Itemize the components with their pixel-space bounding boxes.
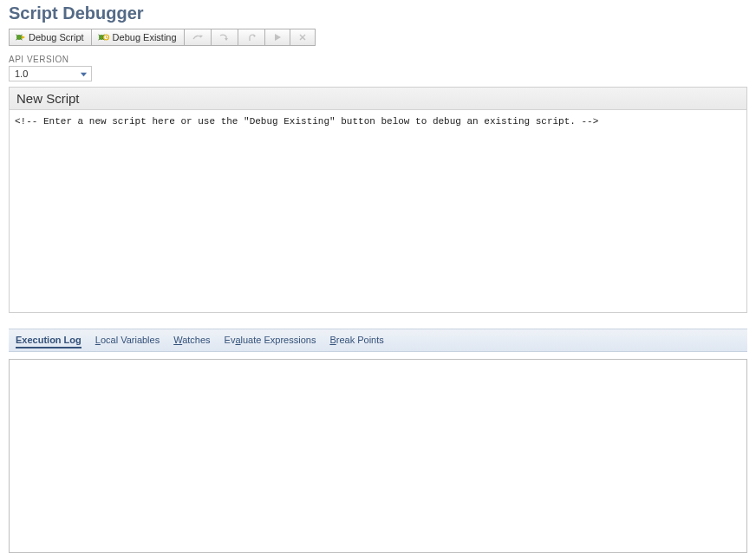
step-over-icon <box>192 32 204 42</box>
svg-line-13 <box>106 37 108 38</box>
execution-log-panel <box>9 359 747 553</box>
step-out-button <box>238 29 265 46</box>
tab-break-points[interactable]: Break Points <box>329 333 383 348</box>
step-into-button <box>211 29 238 46</box>
tab-watches[interactable]: Watches <box>173 333 210 348</box>
debug-existing-label: Debug Existing <box>113 32 177 42</box>
continue-button <box>264 29 290 46</box>
toolbar: Debug Script Debug Existing <box>9 29 747 46</box>
debug-existing-button[interactable]: Debug Existing <box>91 29 185 46</box>
svg-marker-19 <box>275 34 281 41</box>
stop-button <box>290 29 316 46</box>
step-out-icon <box>245 32 257 42</box>
script-panel: New Script <box>9 87 747 313</box>
api-version-select[interactable]: 1.0 <box>9 66 92 81</box>
api-version-value: 1.0 <box>15 68 28 79</box>
bug-existing-icon <box>97 32 109 42</box>
debug-script-button[interactable]: Debug Script <box>9 29 92 46</box>
svg-line-8 <box>98 39 100 41</box>
svg-marker-16 <box>225 38 228 41</box>
script-editor[interactable] <box>10 110 746 309</box>
tab-evaluate-expressions[interactable]: Evaluate Expressions <box>225 333 316 348</box>
svg-line-2 <box>16 39 18 41</box>
tab-local-variables[interactable]: Local Variables <box>95 333 160 348</box>
svg-line-1 <box>16 35 18 36</box>
svg-marker-5 <box>22 36 25 39</box>
debug-script-label: Debug Script <box>29 32 84 42</box>
tab-execution-log[interactable]: Execution Log <box>16 333 81 348</box>
svg-line-7 <box>98 35 100 36</box>
script-panel-title: New Script <box>10 88 746 110</box>
page-title: Script Debugger <box>9 3 747 23</box>
svg-marker-22 <box>81 72 87 76</box>
play-icon <box>272 32 283 42</box>
stop-icon <box>297 32 308 42</box>
svg-marker-18 <box>253 35 256 38</box>
bug-run-icon <box>15 32 25 42</box>
api-version-label: API VERSION <box>9 55 747 64</box>
step-into-icon <box>218 32 231 42</box>
step-over-button <box>184 29 212 46</box>
chevron-down-icon <box>80 70 88 78</box>
debug-tabs: Execution Log Local Variables Watches Ev… <box>9 329 747 352</box>
